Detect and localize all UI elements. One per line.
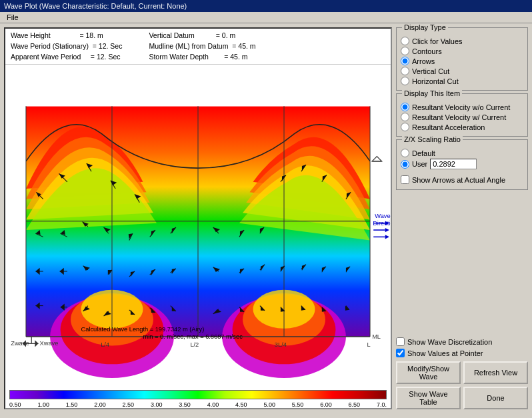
zx-scaling-group: Z/X Scaling Ratio Default User Show Arro… <box>396 139 528 190</box>
svg-text:Wave: Wave <box>375 213 390 220</box>
horizontal-cut-radio[interactable] <box>401 77 409 85</box>
bottom-checkboxes: Show Wave Discretization Show Values at … <box>396 336 528 359</box>
wave-canvas[interactable]: Zwave Xwave L/4 L/2 3L/4 L ML Wave Direc… <box>5 65 391 389</box>
vel-with-current-radio[interactable] <box>401 113 409 121</box>
svg-marker-123 <box>35 340 38 347</box>
display-type-click-for-values[interactable]: Click for Values <box>401 36 523 46</box>
wave-plot-svg: Zwave Xwave L/4 L/2 3L/4 L ML Wave Direc… <box>5 65 391 389</box>
colorbar <box>9 390 387 399</box>
wave-height-label: Wave Height = 18. m <box>11 31 122 41</box>
click-for-values-radio[interactable] <box>401 37 409 45</box>
plot-area: Wave Height = 18. m Wave Period (Station… <box>4 27 392 409</box>
colorbar-labels: 0.50 1.00 1.50 2.00 2.50 3.00 3.50 4.00 … <box>5 401 391 408</box>
apparent-wave-period-label: Apparent Wave Period = 12. Sec <box>11 52 122 63</box>
show-wave-discretization-checkbox[interactable] <box>396 337 405 346</box>
display-item-vel-no-current[interactable]: Resultant Velocity w/o Current <box>401 102 523 112</box>
vel-no-current-radio[interactable] <box>401 103 409 111</box>
display-item-title: Display This Item <box>402 89 462 97</box>
vertical-cut-radio[interactable] <box>401 67 409 75</box>
svg-text:ML: ML <box>372 333 381 340</box>
zx-default-radio[interactable] <box>401 149 409 157</box>
svg-marker-22 <box>372 157 381 161</box>
vel-with-current-label: Resultant Velocity w/ Current <box>412 113 506 121</box>
title-text: Wave Plot (Wave Characteristic: Default,… <box>4 2 187 10</box>
vertical-cut-label: Vertical Cut <box>412 67 449 75</box>
svg-text:Direction: Direction <box>373 220 391 227</box>
show-wave-discretization-row[interactable]: Show Wave Discretization <box>396 336 528 347</box>
mudline-label: Mudline (ML) from Datum = 45. m <box>149 41 255 52</box>
show-arrows-angle-label: Show Arrows at Actual Angle <box>412 176 505 184</box>
svg-text:3L/4: 3L/4 <box>275 342 287 349</box>
svg-text:Calculated Wave Length = 199.7: Calculated Wave Length = 199.7342 m (Air… <box>81 326 205 333</box>
svg-text:L/2: L/2 <box>190 342 199 349</box>
show-values-at-pointer-row[interactable]: Show Values at Pointer <box>396 347 528 359</box>
display-type-horizontal-cut[interactable]: Horizontal Cut <box>401 76 523 86</box>
display-item-vel-with-current[interactable]: Resultant Velocity w/ Current <box>401 112 523 122</box>
svg-text:Xwave: Xwave <box>40 341 59 347</box>
zx-user-row[interactable]: User <box>401 158 523 170</box>
btn-row-1: Modify/Show Wave Refresh View <box>396 361 528 384</box>
show-values-at-pointer-label: Show Values at Pointer <box>407 349 483 357</box>
zx-user-label: User <box>412 160 427 168</box>
svg-marker-19 <box>385 228 389 232</box>
done-button[interactable]: Done <box>463 387 528 409</box>
colorbar-row <box>5 389 391 401</box>
zx-default-label: Default <box>412 149 435 157</box>
show-values-at-pointer-checkbox[interactable] <box>396 349 405 357</box>
display-item-group: Display This Item Resultant Velocity w/o… <box>396 93 528 137</box>
svg-text:Zwave: Zwave <box>11 341 29 347</box>
display-type-title: Display Type <box>402 23 448 31</box>
svg-text:min = 0. m/sec,  max = 6.8687 : min = 0. m/sec, max = 6.8687 m/sec <box>143 333 243 340</box>
show-wave-table-button[interactable]: Show Wave Table <box>396 387 461 409</box>
bottom-buttons: Modify/Show Wave Refresh View Show Wave … <box>396 361 528 409</box>
acceleration-radio[interactable] <box>401 123 409 131</box>
wave-period-label: Wave Period (Stationary) = 12. Sec <box>11 41 122 52</box>
zx-user-radio[interactable] <box>401 160 409 169</box>
refresh-view-button[interactable]: Refresh View <box>463 361 528 384</box>
show-arrows-angle-row[interactable]: Show Arrows at Actual Angle <box>401 174 523 185</box>
title-bar: Wave Plot (Wave Characteristic: Default,… <box>0 0 532 12</box>
btn-row-2: Show Wave Table Done <box>396 387 528 409</box>
display-type-arrows[interactable]: Arrows <box>401 56 523 66</box>
file-menu[interactable]: File <box>3 13 23 22</box>
svg-marker-21 <box>385 235 389 239</box>
menu-bar: File <box>0 12 532 23</box>
vel-no-current-label: Resultant Velocity w/o Current <box>412 103 510 111</box>
modify-show-wave-button[interactable]: Modify/Show Wave <box>396 361 461 384</box>
vertical-datum-label: Vertical Datum = 0. m <box>149 31 255 41</box>
svg-text:L: L <box>367 342 370 349</box>
contours-radio[interactable] <box>401 47 409 55</box>
contours-label: Contours <box>412 47 442 55</box>
display-type-group: Display Type Click for Values Contours A… <box>396 27 528 91</box>
display-type-vertical-cut[interactable]: Vertical Cut <box>401 66 523 76</box>
display-type-contours[interactable]: Contours <box>401 46 523 56</box>
zx-user-value-input[interactable] <box>430 159 477 169</box>
show-wave-discretization-label: Show Wave Discretization <box>407 338 492 346</box>
horizontal-cut-label: Horizontal Cut <box>412 77 459 85</box>
storm-water-label: Storm Water Depth = 45. m <box>149 52 255 63</box>
right-panel: Display Type Click for Values Contours A… <box>396 27 528 409</box>
plot-info: Wave Height = 18. m Wave Period (Station… <box>5 29 391 65</box>
acceleration-label: Resultant Acceleration <box>412 123 485 131</box>
svg-text:L/4: L/4 <box>101 342 109 349</box>
show-arrows-angle-checkbox[interactable] <box>401 175 409 184</box>
zx-default-row[interactable]: Default <box>401 148 523 158</box>
arrows-radio[interactable] <box>401 57 409 65</box>
click-for-values-label: Click for Values <box>412 37 463 45</box>
arrows-label: Arrows <box>412 57 435 65</box>
zx-scaling-title: Z/X Scaling Ratio <box>402 135 463 143</box>
display-item-acceleration[interactable]: Resultant Acceleration <box>401 122 523 132</box>
